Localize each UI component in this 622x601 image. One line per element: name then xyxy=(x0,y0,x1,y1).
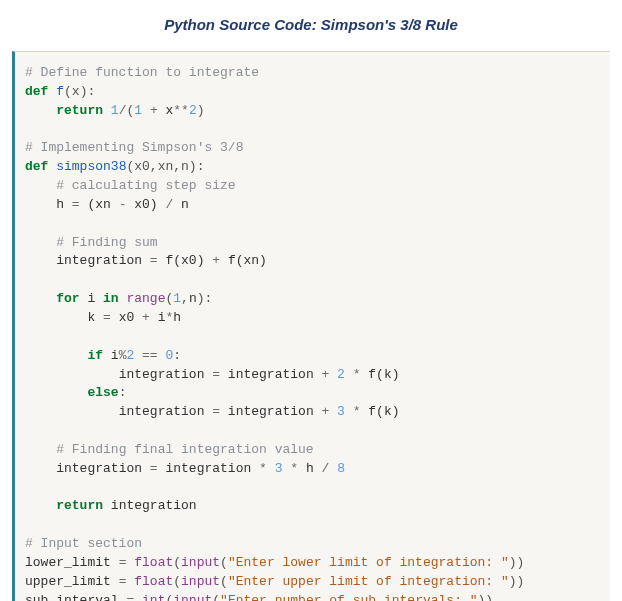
var: integration xyxy=(119,404,213,419)
expr: (xn xyxy=(80,197,119,212)
op: = xyxy=(72,197,80,212)
number: 3 xyxy=(267,461,290,476)
comment: # Finding final integration value xyxy=(56,442,313,457)
var: integration xyxy=(119,367,213,382)
expr: f(k) xyxy=(361,367,400,382)
builtin-input: input xyxy=(173,593,212,601)
op: * xyxy=(353,367,361,382)
op: * xyxy=(290,461,298,476)
expr: h xyxy=(298,461,321,476)
comma: , xyxy=(181,291,189,306)
builtin-int: int xyxy=(134,593,165,601)
args: (x): xyxy=(64,84,95,99)
string: "Enter lower limit of integration: " xyxy=(228,555,509,570)
string: "Enter upper limit of integration: " xyxy=(228,574,509,589)
keyword-def: def xyxy=(25,84,48,99)
comment: # Finding sum xyxy=(56,235,157,250)
op: = xyxy=(103,310,111,325)
expr: f(k) xyxy=(361,404,400,419)
builtin-float: float xyxy=(126,555,173,570)
var: h xyxy=(56,197,72,212)
op: + xyxy=(142,310,150,325)
expr: integration xyxy=(158,461,259,476)
var: lower_limit xyxy=(25,555,119,570)
op: = xyxy=(212,404,220,419)
paren: ): xyxy=(197,291,213,306)
expr: x0) xyxy=(126,197,165,212)
expr: x0 xyxy=(111,310,142,325)
expr: f(x0) xyxy=(158,253,213,268)
keyword-if: if xyxy=(87,348,103,363)
op: = xyxy=(212,367,220,382)
expr: integration xyxy=(220,367,321,382)
var: n xyxy=(189,291,197,306)
comment: # Define function to integrate xyxy=(25,65,259,80)
keyword-else: else xyxy=(87,385,118,400)
var: integration xyxy=(56,253,150,268)
var: integration xyxy=(56,461,150,476)
op: = xyxy=(150,253,158,268)
expr: f(xn) xyxy=(220,253,267,268)
op: + xyxy=(142,103,165,118)
op: == xyxy=(134,348,165,363)
colon: : xyxy=(173,348,181,363)
paren: ( xyxy=(173,574,181,589)
var: sub_interval xyxy=(25,593,126,601)
number: 1 xyxy=(173,291,181,306)
keyword-def: def xyxy=(25,159,48,174)
string: "Enter number of sub intervals: " xyxy=(220,593,477,601)
colon: : xyxy=(119,385,127,400)
comment: # Implementing Simpson's 3/8 xyxy=(25,140,243,155)
builtin-input: input xyxy=(181,574,220,589)
keyword-return: return xyxy=(56,498,103,513)
args: (x0,xn,n): xyxy=(126,159,204,174)
op: * xyxy=(259,461,267,476)
builtin-range: range xyxy=(119,291,166,306)
comment: # Input section xyxy=(25,536,142,551)
expr: n xyxy=(173,197,189,212)
expr: integration xyxy=(220,404,321,419)
keyword-return: return xyxy=(56,103,103,118)
comment: # calculating step size xyxy=(56,178,235,193)
page-title: Python Source Code: Simpson's 3/8 Rule xyxy=(12,10,610,51)
paren: )) xyxy=(509,574,525,589)
builtin-float: float xyxy=(126,574,173,589)
number: 3 xyxy=(329,404,352,419)
builtin-input: input xyxy=(181,555,220,570)
op: = xyxy=(150,461,158,476)
expr: h xyxy=(173,310,181,325)
number: 1 xyxy=(111,103,119,118)
op: ** xyxy=(173,103,189,118)
var: upper_limit xyxy=(25,574,119,589)
paren: ( xyxy=(212,593,220,601)
expr: i xyxy=(150,310,166,325)
function-name: simpson38 xyxy=(56,159,126,174)
expr: integration xyxy=(103,498,197,513)
expr: i xyxy=(103,348,119,363)
var: i xyxy=(80,291,103,306)
number: 2 xyxy=(189,103,197,118)
paren: ( xyxy=(220,555,228,570)
code-block: # Define function to integrate def f(x):… xyxy=(12,51,610,601)
paren: ( xyxy=(173,555,181,570)
var: k xyxy=(87,310,103,325)
function-name: f xyxy=(56,84,64,99)
paren: )) xyxy=(509,555,525,570)
paren: ( xyxy=(220,574,228,589)
op: * xyxy=(353,404,361,419)
paren: ) xyxy=(197,103,205,118)
paren: )) xyxy=(478,593,494,601)
number: 1 xyxy=(134,103,142,118)
number: 8 xyxy=(329,461,345,476)
op: + xyxy=(212,253,220,268)
keyword-in: in xyxy=(103,291,119,306)
keyword-for: for xyxy=(56,291,79,306)
number: 2 xyxy=(329,367,352,382)
